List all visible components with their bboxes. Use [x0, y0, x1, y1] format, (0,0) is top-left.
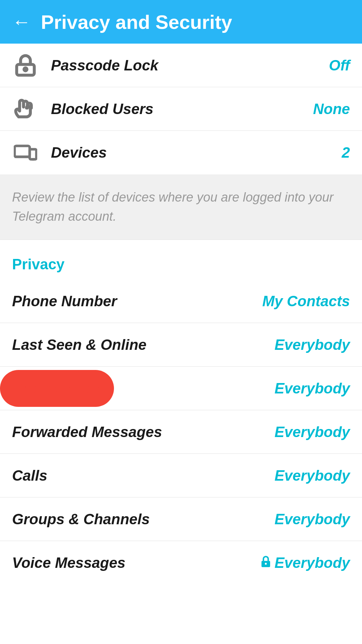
devices-icon: [12, 139, 39, 166]
phone-number-label: Phone Number: [12, 293, 262, 310]
security-settings-list: Passcode Lock Off Blocked Users None Dev…: [0, 44, 362, 174]
devices-label: Devices: [51, 144, 342, 161]
voice-messages-text: Everybody: [275, 554, 350, 571]
privacy-section-header: Privacy: [0, 240, 362, 279]
hand-icon: [12, 96, 39, 122]
phone-number-value: My Contacts: [262, 293, 350, 310]
groups-channels-label: Groups & Channels: [12, 511, 275, 528]
voice-messages-lock-icon: [260, 555, 272, 569]
privacy-settings-list: Phone Number My Contacts Last Seen & Onl…: [0, 279, 362, 585]
page-title: Privacy and Security: [41, 11, 232, 33]
calls-label: Calls: [12, 467, 275, 484]
forwarded-messages-label: Forwarded Messages: [12, 424, 275, 440]
calls-value: Everybody: [275, 467, 350, 484]
lock-icon: [12, 52, 39, 79]
privacy-section-title: Privacy: [12, 256, 65, 272]
svg-rect-2: [15, 146, 30, 157]
blocked-users-label: Blocked Users: [51, 101, 313, 117]
devices-description-box: Review the list of devices where you are…: [0, 174, 362, 240]
back-button[interactable]: ←: [12, 12, 31, 31]
forwarded-messages-value: Everybody: [275, 424, 350, 440]
devices-description-text: Review the list of devices where you are…: [12, 188, 350, 226]
svg-rect-3: [30, 149, 37, 159]
profile-photos-value: Everybody: [275, 380, 350, 397]
svg-point-1: [24, 68, 27, 71]
svg-point-5: [265, 563, 267, 565]
last-seen-value: Everybody: [275, 336, 350, 353]
devices-item[interactable]: Devices 2: [0, 131, 362, 174]
forwarded-messages-item[interactable]: Forwarded Messages Everybody: [0, 410, 362, 454]
devices-value: 2: [342, 144, 350, 161]
groups-channels-item[interactable]: Groups & Channels Everybody: [0, 497, 362, 541]
groups-channels-value: Everybody: [275, 511, 350, 528]
voice-messages-value: Everybody: [260, 554, 350, 571]
calls-item[interactable]: Calls Everybody: [0, 454, 362, 497]
voice-messages-item[interactable]: Voice Messages Everybody: [0, 541, 362, 585]
last-seen-item[interactable]: Last Seen & Online Everybody: [0, 323, 362, 367]
blocked-users-item[interactable]: Blocked Users None: [0, 87, 362, 131]
passcode-lock-label: Passcode Lock: [51, 57, 329, 74]
last-seen-label: Last Seen & Online: [12, 336, 275, 353]
profile-photos-label: Profile Photos: [12, 380, 275, 397]
blocked-users-value: None: [313, 101, 350, 117]
phone-number-item[interactable]: Phone Number My Contacts: [0, 279, 362, 323]
profile-photos-item[interactable]: Profile Photos Everybody: [0, 367, 362, 410]
app-header: ← Privacy and Security: [0, 0, 362, 44]
passcode-lock-item[interactable]: Passcode Lock Off: [0, 44, 362, 87]
voice-messages-label: Voice Messages: [12, 554, 260, 571]
passcode-lock-value: Off: [329, 57, 350, 74]
